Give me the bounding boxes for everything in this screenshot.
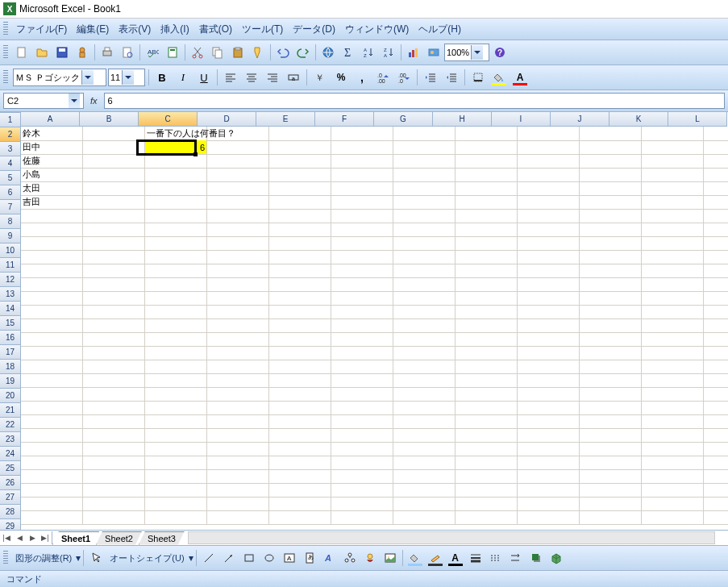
- cell-H17[interactable]: [456, 346, 518, 360]
- cell-J21[interactable]: [580, 401, 642, 415]
- cell-E21[interactable]: [269, 401, 331, 415]
- menu-help[interactable]: ヘルプ(H): [414, 21, 466, 38]
- fill-color-button[interactable]: [489, 68, 509, 87]
- cell-J19[interactable]: [580, 373, 642, 388]
- cell-H24[interactable]: [456, 442, 518, 456]
- cell-K15[interactable]: [642, 318, 704, 333]
- cell-I4[interactable]: [518, 168, 580, 182]
- cell-J29[interactable]: [580, 510, 642, 525]
- cell-F25[interactable]: [331, 456, 393, 470]
- cell-G4[interactable]: [393, 168, 456, 182]
- cell-G11[interactable]: [393, 264, 456, 278]
- cell-D19[interactable]: [207, 373, 269, 388]
- size-combo[interactable]: 11: [108, 69, 145, 86]
- draw-adjust-menu[interactable]: 図形の調整(R): [12, 552, 75, 564]
- cell-C17[interactable]: [145, 346, 207, 360]
- cell-K4[interactable]: [642, 168, 704, 182]
- cell-F18[interactable]: [331, 360, 393, 374]
- cell-A19[interactable]: [21, 373, 83, 388]
- cell-H5[interactable]: [456, 181, 518, 196]
- cell-H23[interactable]: [456, 428, 518, 443]
- cell-D4[interactable]: [207, 168, 269, 182]
- cell-G28[interactable]: [393, 497, 456, 511]
- cell-F3[interactable]: [331, 154, 393, 169]
- cell-E9[interactable]: [269, 236, 331, 251]
- cell-B26[interactable]: [83, 469, 145, 484]
- line-color-button[interactable]: [426, 548, 445, 568]
- redo-button[interactable]: [293, 43, 313, 62]
- row-header-1[interactable]: 1: [0, 113, 21, 127]
- row-header-8[interactable]: 8: [0, 214, 21, 229]
- cell-D12[interactable]: [207, 277, 269, 292]
- cell-L28[interactable]: [704, 497, 728, 511]
- cell-C28[interactable]: [145, 497, 207, 511]
- formula-input[interactable]: 6: [104, 93, 725, 109]
- zoom-combo[interactable]: 100%: [444, 44, 489, 61]
- cell-F14[interactable]: [331, 305, 393, 319]
- cell-F10[interactable]: [331, 250, 393, 264]
- cell-I17[interactable]: [518, 346, 580, 360]
- cell-G14[interactable]: [393, 305, 456, 319]
- line-style-button[interactable]: [466, 548, 485, 568]
- cell-A13[interactable]: [21, 291, 83, 306]
- cell-A17[interactable]: [21, 346, 83, 360]
- cell-I5[interactable]: [518, 181, 580, 196]
- cell-I10[interactable]: [518, 250, 580, 264]
- font-color-button[interactable]: A: [510, 68, 530, 87]
- cell-J27[interactable]: [580, 483, 642, 497]
- clipart-button[interactable]: [360, 548, 380, 568]
- cell-B10[interactable]: [83, 250, 145, 264]
- cell-C8[interactable]: [145, 223, 207, 237]
- cell-I1[interactable]: [518, 127, 580, 141]
- cell-L29[interactable]: [704, 510, 728, 525]
- cell-E20[interactable]: [269, 387, 331, 402]
- sheet-tab-sheet3[interactable]: Sheet3: [139, 531, 185, 545]
- cell-G29[interactable]: [393, 510, 456, 525]
- cell-E16[interactable]: [269, 332, 331, 347]
- cell-L2[interactable]: [704, 140, 728, 155]
- cell-E8[interactable]: [269, 223, 331, 237]
- cell-B20[interactable]: [83, 387, 145, 402]
- cell-K29[interactable]: [642, 510, 704, 525]
- cell-G23[interactable]: [393, 428, 456, 443]
- cell-I3[interactable]: [518, 154, 580, 169]
- cells-area[interactable]: 鈴木一番下の人は何番目？田中6佐藤小島太田吉田: [21, 127, 728, 530]
- row-header-3[interactable]: 3: [0, 142, 21, 156]
- rectangle-button[interactable]: [239, 548, 259, 568]
- cell-L27[interactable]: [704, 483, 728, 497]
- cell-J2[interactable]: [580, 140, 642, 155]
- cell-E13[interactable]: [269, 291, 331, 306]
- cell-F23[interactable]: [331, 428, 393, 443]
- cell-D25[interactable]: [207, 456, 269, 470]
- new-button[interactable]: [12, 43, 31, 62]
- cell-H18[interactable]: [456, 360, 518, 374]
- column-header-C[interactable]: C: [139, 112, 198, 127]
- cell-B2[interactable]: [83, 140, 145, 155]
- cell-J3[interactable]: [580, 154, 642, 169]
- cell-F21[interactable]: [331, 401, 393, 415]
- save-button[interactable]: [52, 43, 72, 62]
- cell-K28[interactable]: [642, 497, 704, 511]
- cell-K23[interactable]: [642, 428, 704, 443]
- cell-H10[interactable]: [456, 250, 518, 264]
- cell-I21[interactable]: [518, 401, 580, 415]
- cell-G8[interactable]: [393, 223, 456, 237]
- cell-L8[interactable]: [704, 223, 728, 237]
- cell-I15[interactable]: [518, 318, 580, 333]
- row-header-2[interactable]: 2: [0, 127, 21, 142]
- row-header-12[interactable]: 12: [0, 273, 21, 287]
- cell-C20[interactable]: [145, 387, 207, 402]
- row-header-27[interactable]: 27: [0, 490, 21, 505]
- decrease-indent-button[interactable]: [421, 68, 440, 87]
- cell-A24[interactable]: [21, 442, 83, 456]
- cell-L11[interactable]: [704, 264, 728, 278]
- cell-K25[interactable]: [642, 456, 704, 470]
- cell-I18[interactable]: [518, 360, 580, 374]
- cell-L1[interactable]: [704, 127, 728, 141]
- cell-J11[interactable]: [580, 264, 642, 278]
- cell-C27[interactable]: [145, 483, 207, 497]
- cell-K19[interactable]: [642, 373, 704, 388]
- cell-J23[interactable]: [580, 428, 642, 443]
- cell-F20[interactable]: [331, 387, 393, 402]
- cell-G27[interactable]: [393, 483, 456, 497]
